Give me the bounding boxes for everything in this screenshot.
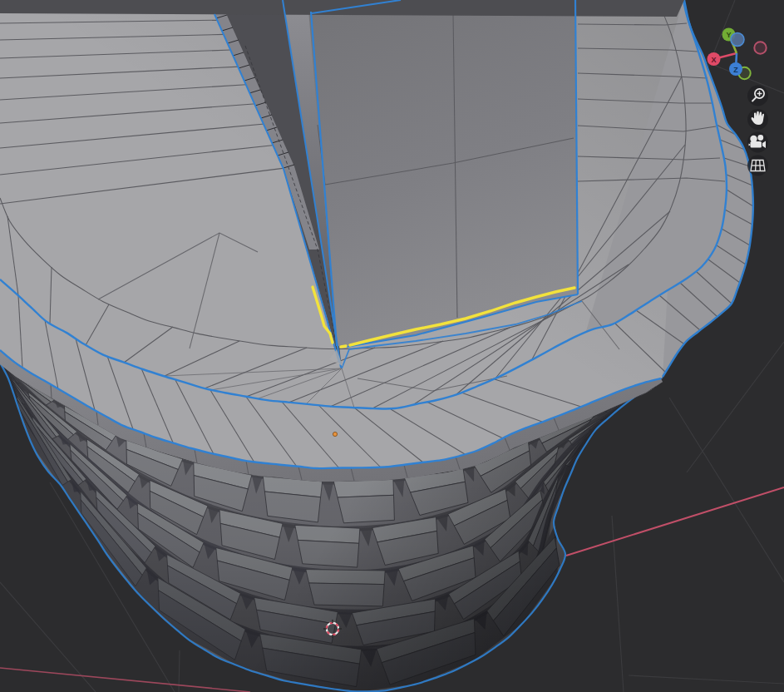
svg-text:Z: Z bbox=[733, 66, 738, 74]
svg-text:X: X bbox=[711, 56, 716, 64]
